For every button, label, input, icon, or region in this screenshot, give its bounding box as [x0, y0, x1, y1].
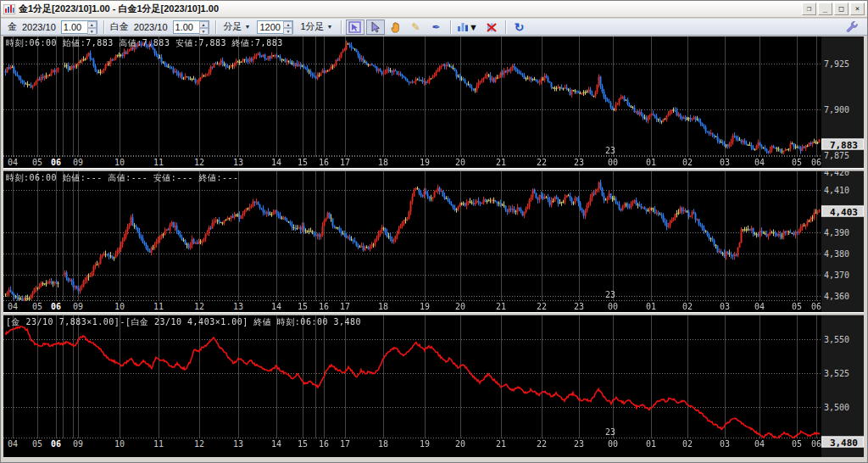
hour-label: 14: [271, 439, 281, 449]
cursor-icon: [370, 21, 381, 33]
hour-label: 03: [720, 439, 730, 449]
chart-info-line-0: 時刻:06:00 始値:7,883 高値:7,883 安値:7,883 終値:7…: [6, 37, 283, 49]
hour-label: 13: [233, 158, 243, 167]
gold-multiplier-spinner[interactable]: 1.00 ▲▼: [61, 20, 97, 34]
chevron-down-icon: ▼: [245, 24, 251, 30]
hour-label: 13: [233, 302, 243, 311]
chart-type-button[interactable]: ▼: [455, 20, 481, 35]
interval-type-dropdown[interactable]: 分足 ▼: [221, 20, 253, 34]
hour-label: 15: [298, 158, 308, 167]
settings-button[interactable]: [846, 20, 858, 34]
separator: [215, 20, 216, 34]
hour-label: 22: [537, 439, 547, 449]
chevron-down-icon: ▼: [327, 24, 333, 30]
date-label: 23: [605, 146, 615, 155]
chart-select-tool-button[interactable]: [346, 20, 364, 35]
chart-plot-0[interactable]: [3, 36, 821, 157]
minimize-button[interactable]: _: [818, 3, 832, 15]
hour-label: 05: [792, 439, 802, 449]
hour-label: 15: [298, 302, 308, 311]
pen-tool-button[interactable]: ✒: [427, 20, 446, 35]
hour-label: 21: [496, 439, 506, 449]
hour-label: 11: [153, 439, 164, 449]
pan-tool-button[interactable]: [387, 20, 405, 35]
hour-label: 20: [455, 302, 465, 311]
spin-down-icon: ▼: [283, 28, 292, 35]
separator: [103, 20, 104, 34]
hour-label: 05: [792, 158, 802, 167]
hour-label: 09: [73, 302, 83, 311]
hour-label: 10: [114, 158, 125, 167]
panel-splitter-0[interactable]: [3, 168, 864, 171]
price-axis-label: 4,370: [824, 271, 849, 280]
platinum-label: 白金: [110, 20, 129, 33]
date-label: 23: [605, 427, 615, 437]
separator: [450, 20, 451, 34]
platinum-multiplier-spinner[interactable]: 1.00 ▲▼: [173, 20, 209, 34]
restore-button[interactable]: ❐: [802, 3, 816, 15]
draw-line-tool-button[interactable]: ✎: [407, 20, 426, 35]
hour-label: 06: [51, 158, 61, 167]
hour-label: 18: [378, 158, 388, 167]
hour-label: 22: [537, 158, 547, 167]
pencil-icon: ✎: [412, 22, 420, 32]
chart-info-line-2: [金 23/10 7,883×1.00]-[白金 23/10 4,403×1.0…: [6, 316, 361, 328]
hour-label: 00: [608, 439, 618, 449]
price-axis-label: 4,360: [824, 292, 849, 301]
maximize-button[interactable]: □: [834, 3, 849, 15]
bar-chart-icon: [457, 21, 469, 32]
hour-label: 04: [754, 302, 765, 311]
hour-label: 09: [73, 439, 83, 449]
interval-value-dropdown[interactable]: 1分足 ▼: [298, 20, 335, 34]
chart-plot-1[interactable]: [3, 171, 821, 301]
price-axis-label: 7,900: [824, 105, 849, 114]
hour-label: 03: [720, 302, 730, 311]
price-axis-label: 4,390: [824, 228, 849, 237]
hour-label: 21: [496, 302, 506, 311]
hour-label: 12: [194, 439, 204, 449]
gold-label: 金: [8, 20, 17, 33]
hour-label: 04: [8, 439, 18, 449]
cursor-tool-button[interactable]: [366, 20, 385, 35]
time-axis-row-1: 0405060910111213141516171819202122230001…: [3, 301, 821, 313]
hour-label: 17: [340, 158, 350, 167]
refresh-button[interactable]: ↻: [510, 20, 529, 35]
hour-label: 02: [682, 158, 693, 167]
hour-label: 06: [51, 439, 61, 449]
bar-count-spinner[interactable]: 1200 ▲▼: [257, 20, 293, 34]
hour-label: 05: [32, 158, 42, 167]
hour-label: 05: [32, 302, 42, 311]
gold-contract-label: 2023/10: [22, 22, 56, 32]
hour-label: 20: [455, 158, 465, 167]
pen-icon: ✒: [432, 22, 441, 32]
current-price-badge-0: 7,883: [821, 139, 864, 150]
hour-label: 19: [420, 439, 430, 449]
price-axis-label: 3,500: [824, 403, 849, 412]
separator: [505, 20, 506, 34]
hour-label: 05: [792, 302, 802, 311]
charts-area[interactable]: 時刻:06:00 始値:7,883 高値:7,883 安値:7,883 終値:7…: [3, 36, 864, 457]
hour-label: 02: [682, 302, 693, 311]
spin-up-icon: ▲: [283, 21, 292, 28]
app-chart-icon: [3, 4, 15, 14]
hour-label: 14: [271, 158, 281, 167]
delete-chart-button[interactable]: [482, 20, 501, 35]
hour-label: 16: [319, 439, 329, 449]
chart-plot-2[interactable]: [3, 315, 821, 438]
chart-select-icon: [348, 21, 361, 33]
hand-icon: [390, 21, 402, 33]
hour-label: 20: [455, 439, 465, 449]
spin-down-icon: ▼: [199, 28, 209, 35]
hour-label: 02: [682, 439, 693, 449]
title-bar[interactable]: 金1分足[2023/10]1.00 - 白金1分足[2023/10]1.00 ❐…: [1, 1, 867, 18]
separator: [341, 20, 342, 34]
hour-label: 11: [153, 302, 164, 311]
hour-label: 10: [114, 302, 125, 311]
hour-label: 04: [8, 302, 18, 311]
toolbar: 金 2023/10 1.00 ▲▼ 白金 2023/10 1.00 ▲▼ 分足 …: [1, 19, 867, 36]
close-button[interactable]: ×: [850, 3, 865, 15]
panel-splitter-1[interactable]: [3, 312, 864, 315]
hour-label: 15: [298, 439, 308, 449]
price-axis-label: 7,925: [824, 59, 849, 69]
hour-label: 18: [378, 302, 388, 311]
